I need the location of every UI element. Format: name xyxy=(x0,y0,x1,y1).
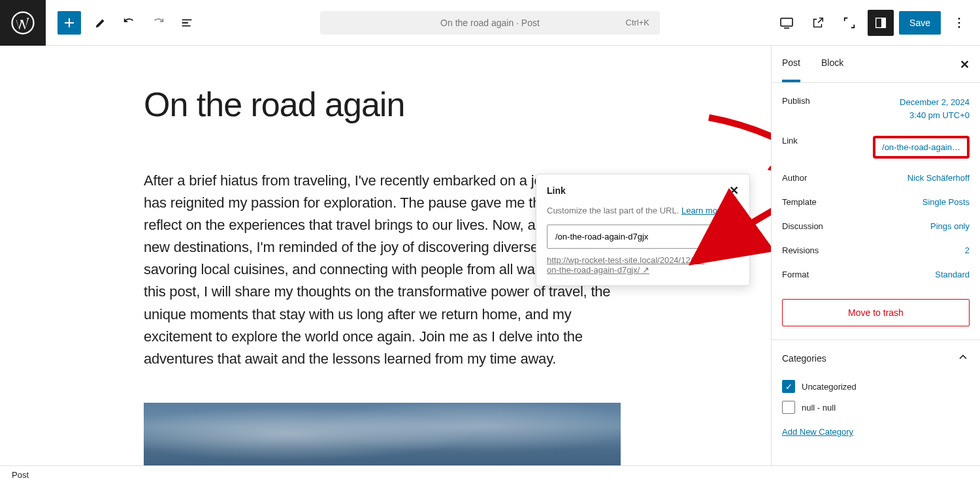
sidebar-tabs: Post Block ✕ xyxy=(772,46,980,83)
category-item-uncategorized[interactable]: ✓ Uncategorized xyxy=(772,376,980,397)
settings-sidebar: Post Block ✕ Publish December 2, 20243:4… xyxy=(771,46,980,465)
document-overview-button[interactable] xyxy=(175,11,199,35)
checkbox-checked-icon[interactable]: ✓ xyxy=(782,380,795,393)
tab-block[interactable]: Block xyxy=(821,46,843,82)
format-row[interactable]: Format Standard xyxy=(782,270,970,279)
checkbox-unchecked-icon[interactable] xyxy=(782,401,795,414)
tab-post[interactable]: Post xyxy=(782,46,800,82)
link-popover: Link ✕ Customize the last part of the UR… xyxy=(536,174,750,286)
options-menu-icon[interactable] xyxy=(946,10,972,36)
category-item-null[interactable]: null - null xyxy=(772,397,980,418)
svg-rect-3 xyxy=(881,18,885,27)
svg-point-5 xyxy=(958,22,960,23)
wordpress-logo[interactable] xyxy=(0,0,46,46)
link-row[interactable]: Link /on-the-road-again… xyxy=(782,136,970,159)
external-link-icon[interactable] xyxy=(805,10,831,36)
svg-point-6 xyxy=(958,26,960,28)
undo-button[interactable] xyxy=(118,11,141,35)
view-desktop-icon[interactable] xyxy=(774,10,800,36)
settings-sidebar-toggle[interactable] xyxy=(868,10,894,36)
permalink-preview[interactable]: http://wp-rocket-test-site.local/2024/12… xyxy=(547,255,704,275)
top-toolbar: On the road again · Post Ctrl+K Save xyxy=(0,0,980,46)
chevron-up-icon xyxy=(956,351,970,366)
add-new-category-link[interactable]: Add New Category xyxy=(772,418,980,446)
add-block-button[interactable] xyxy=(57,11,81,35)
svg-point-4 xyxy=(958,18,960,20)
svg-rect-1 xyxy=(781,18,792,26)
close-icon[interactable]: ✕ xyxy=(729,185,739,196)
post-featured-image[interactable] xyxy=(144,403,621,465)
post-title[interactable]: On the road again xyxy=(144,85,627,124)
close-sidebar-icon[interactable]: ✕ xyxy=(960,57,970,72)
publish-row[interactable]: Publish December 2, 20243:40 pm UTC+0 xyxy=(782,96,970,121)
document-title-text: On the road again · Post xyxy=(440,18,540,28)
link-value-highlight: /on-the-road-again… xyxy=(873,136,970,159)
shortcut-hint: Ctrl+K xyxy=(626,18,649,27)
svg-rect-7 xyxy=(724,234,730,240)
move-to-trash-button[interactable]: Move to trash xyxy=(782,299,970,326)
edit-icon[interactable] xyxy=(89,11,112,35)
discussion-row[interactable]: Discussion Pings only xyxy=(782,221,970,231)
learn-more-link[interactable]: Learn more. ↗ xyxy=(681,206,737,215)
editor-canvas[interactable]: On the road again After a brief hiatus f… xyxy=(0,46,771,465)
author-row[interactable]: Author Nick Schäferhoff xyxy=(782,173,970,183)
revisions-row[interactable]: Revisions 2 xyxy=(782,245,970,255)
redo-button[interactable] xyxy=(146,11,170,35)
template-row[interactable]: Template Single Posts xyxy=(782,197,970,207)
copy-icon[interactable] xyxy=(717,227,735,247)
categories-panel-header[interactable]: Categories xyxy=(772,339,980,376)
link-popover-title: Link xyxy=(547,185,566,196)
fullscreen-icon[interactable] xyxy=(836,10,862,36)
slug-input[interactable] xyxy=(547,225,739,249)
save-button[interactable]: Save xyxy=(899,11,941,35)
document-title-bar[interactable]: On the road again · Post Ctrl+K xyxy=(320,11,660,35)
link-popover-description: Customize the last part of the URL. Lear… xyxy=(547,206,739,215)
